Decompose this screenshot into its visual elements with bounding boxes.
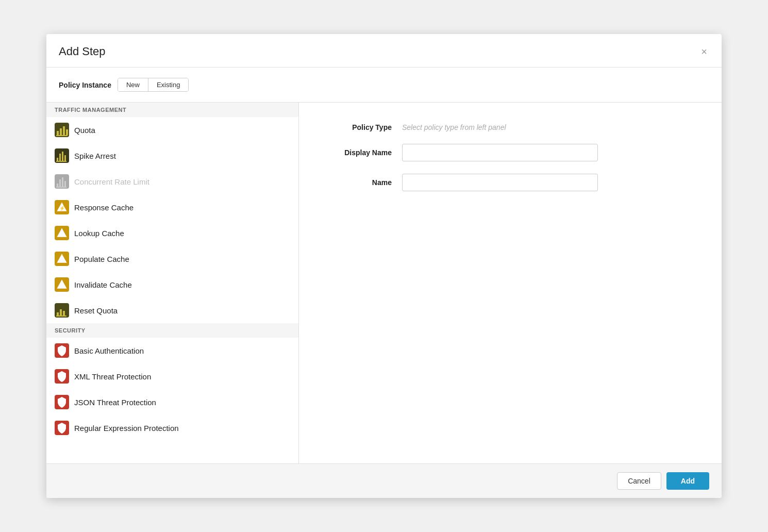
svg-rect-17 xyxy=(56,187,66,188)
xml-threat-icon xyxy=(55,369,69,384)
svg-rect-1 xyxy=(57,131,59,135)
policy-item-invalidate-cache[interactable]: Invalidate Cache xyxy=(46,272,298,297)
lookup-cache-label: Lookup Cache xyxy=(74,229,124,238)
content-area: TRAFFIC MANAGEMENT Quota xyxy=(46,102,722,463)
svg-rect-31 xyxy=(56,315,66,317)
new-toggle-button[interactable]: New xyxy=(118,78,148,91)
left-panel: TRAFFIC MANAGEMENT Quota xyxy=(46,103,299,463)
xml-threat-label: XML Threat Protection xyxy=(74,372,151,381)
response-cache-icon: ⚡ xyxy=(55,200,69,214)
traffic-management-header: TRAFFIC MANAGEMENT xyxy=(46,103,298,117)
policy-type-row: Policy Type Select policy type from left… xyxy=(330,123,691,131)
svg-rect-14 xyxy=(59,179,61,187)
name-input[interactable] xyxy=(402,174,598,191)
svg-rect-30 xyxy=(63,311,65,315)
lookup-cache-icon xyxy=(55,226,69,240)
close-button[interactable]: × xyxy=(699,44,709,59)
populate-cache-icon xyxy=(55,252,69,266)
svg-text:⚡: ⚡ xyxy=(59,205,65,211)
json-threat-icon xyxy=(55,395,69,409)
display-name-row: Display Name xyxy=(330,144,691,161)
policy-item-regex-protection[interactable]: Regular Expression Protection xyxy=(46,415,298,441)
concurrent-rate-limit-icon xyxy=(55,174,69,189)
policy-item-spike-arrest[interactable]: Spike Arrest xyxy=(46,143,298,169)
response-cache-label: Response Cache xyxy=(74,203,133,212)
svg-rect-9 xyxy=(62,152,63,161)
svg-rect-4 xyxy=(66,129,68,135)
svg-rect-16 xyxy=(64,181,66,187)
display-name-input[interactable] xyxy=(402,144,598,161)
policy-item-populate-cache[interactable]: Populate Cache xyxy=(46,246,298,272)
json-threat-label: JSON Threat Protection xyxy=(74,398,156,407)
basic-auth-icon xyxy=(55,343,69,358)
svg-rect-7 xyxy=(57,158,58,161)
policy-item-xml-threat[interactable]: XML Threat Protection xyxy=(46,363,298,389)
regex-protection-icon xyxy=(55,421,69,435)
spike-arrest-label: Spike Arrest xyxy=(74,152,116,160)
policy-type-value: Select policy type from left panel xyxy=(402,123,506,131)
regex-protection-label: Regular Expression Protection xyxy=(74,424,179,433)
reset-quota-label: Reset Quota xyxy=(74,306,118,315)
policy-type-label: Policy Type xyxy=(330,123,392,131)
policy-instance-label: Policy Instance xyxy=(59,81,111,89)
policy-item-basic-auth[interactable]: Basic Authentication xyxy=(46,338,298,363)
name-label: Name xyxy=(330,178,392,187)
add-button[interactable]: Add xyxy=(666,472,709,490)
existing-toggle-button[interactable]: Existing xyxy=(148,78,189,91)
quota-icon xyxy=(55,123,69,137)
svg-rect-3 xyxy=(63,126,65,135)
dialog-footer: Cancel Add xyxy=(46,463,722,498)
cancel-button[interactable]: Cancel xyxy=(617,472,661,490)
concurrent-rate-limit-label: Concurrent Rate Limit xyxy=(74,177,149,186)
add-step-dialog: Add Step × Policy Instance New Existing … xyxy=(46,34,722,498)
policy-item-concurrent-rate-limit: Concurrent Rate Limit xyxy=(46,169,298,194)
quota-label: Quota xyxy=(74,126,95,135)
policy-item-quota[interactable]: Quota xyxy=(46,117,298,143)
invalidate-cache-icon xyxy=(55,277,69,292)
dialog-title: Add Step xyxy=(59,45,106,58)
dialog-body: Policy Instance New Existing TRAFFIC MAN… xyxy=(46,68,722,463)
svg-rect-29 xyxy=(60,309,62,315)
svg-rect-5 xyxy=(56,135,68,136)
policy-item-lookup-cache[interactable]: Lookup Cache xyxy=(46,220,298,246)
spike-arrest-icon xyxy=(55,148,69,163)
policy-item-reset-quota[interactable]: Reset Quota xyxy=(46,297,298,323)
svg-rect-28 xyxy=(57,312,59,315)
svg-rect-2 xyxy=(60,128,62,135)
svg-rect-10 xyxy=(64,155,66,161)
invalidate-cache-label: Invalidate Cache xyxy=(74,280,132,289)
dialog-header: Add Step × xyxy=(46,34,722,68)
policy-instance-toggle: New Existing xyxy=(118,78,189,92)
display-name-label: Display Name xyxy=(330,148,392,157)
svg-rect-15 xyxy=(62,177,63,187)
populate-cache-label: Populate Cache xyxy=(74,255,129,263)
security-header: SECURITY xyxy=(46,323,298,338)
svg-rect-11 xyxy=(56,161,66,162)
basic-auth-label: Basic Authentication xyxy=(74,346,144,355)
name-row: Name xyxy=(330,174,691,191)
svg-rect-13 xyxy=(57,184,58,187)
policy-item-json-threat[interactable]: JSON Threat Protection xyxy=(46,389,298,415)
right-panel: Policy Type Select policy type from left… xyxy=(299,103,722,463)
reset-quota-icon xyxy=(55,303,69,318)
svg-rect-8 xyxy=(59,154,61,161)
policy-instance-row: Policy Instance New Existing xyxy=(46,68,722,102)
policy-item-response-cache[interactable]: ⚡ Response Cache xyxy=(46,194,298,220)
